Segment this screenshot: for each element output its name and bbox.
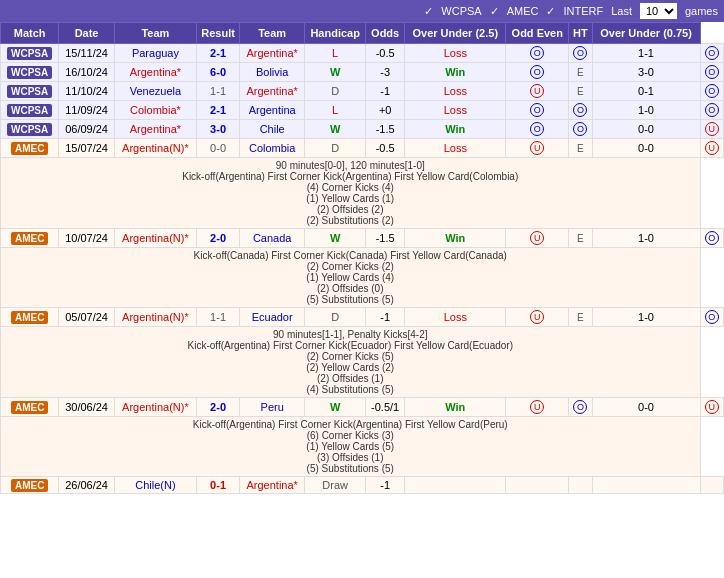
ou075-cell: O [700, 44, 724, 63]
match-result: 1-1 [197, 308, 240, 327]
table-row: WCPSA 16/10/24 Argentina* 6-0 Bolivia W … [1, 63, 724, 82]
oe-cell: O [569, 101, 592, 120]
ht-score: 1-1 [592, 44, 700, 63]
handicap-value: -0.5/1 [366, 398, 405, 417]
table-row: AMEC 05/07/24 Argentina(N)* 1-1 Ecuador … [1, 308, 724, 327]
ou-cell: O [506, 101, 569, 120]
table-row: WCPSA 06/09/24 Argentina* 3-0 Chile W -1… [1, 120, 724, 139]
match-date: 16/10/24 [59, 63, 115, 82]
handicap-value: -1.5 [366, 120, 405, 139]
interf-label: INTERF [563, 5, 603, 17]
team2-name[interactable]: Colombia [240, 139, 305, 158]
col-oe: Odd Even [506, 23, 569, 44]
ht-score: 0-0 [592, 120, 700, 139]
odds-value: Loss [405, 44, 506, 63]
oe-cell: O [569, 44, 592, 63]
match-detail-content: Kick-off(Canada) First Corner Kick(Canad… [1, 248, 701, 308]
oe-cell [569, 477, 592, 494]
match-result: 2-0 [197, 229, 240, 248]
ou-cell: U [506, 398, 569, 417]
odds-value: Loss [405, 82, 506, 101]
match-badge: AMEC [1, 229, 59, 248]
match-result: 3-0 [197, 120, 240, 139]
team1-name[interactable]: Argentina* [114, 63, 196, 82]
team1-name[interactable]: Colombia* [114, 101, 196, 120]
oe-cell: E [569, 63, 592, 82]
col-date: Date [59, 23, 115, 44]
handicap-value: -1 [366, 308, 405, 327]
match-badge: AMEC [1, 477, 59, 494]
oe-cell: E [569, 229, 592, 248]
ht-score: 0-0 [592, 398, 700, 417]
ou-cell: U [506, 139, 569, 158]
match-result: 0-1 [197, 477, 240, 494]
wcpsa-check: ✓ [424, 5, 433, 18]
match-detail-row: 90 minutes[1-1], Penalty Kicks[4-2]Kick-… [1, 327, 724, 398]
team1-name[interactable]: Argentina(N)* [114, 229, 196, 248]
last-label: Last [611, 5, 632, 17]
match-badge: WCPSA [1, 101, 59, 120]
table-row: AMEC 15/07/24 Argentina(N)* 0-0 Colombia… [1, 139, 724, 158]
col-ou075: Over Under (0.75) [592, 23, 700, 44]
oe-cell: O [569, 398, 592, 417]
amec-check: ✓ [490, 5, 499, 18]
col-team2: Team [240, 23, 305, 44]
match-date: 30/06/24 [59, 398, 115, 417]
match-date: 15/07/24 [59, 139, 115, 158]
table-row: AMEC 10/07/24 Argentina(N)* 2-0 Canada W… [1, 229, 724, 248]
wl-indicator: L [305, 44, 366, 63]
last-games-select[interactable]: 10 20 30 [640, 3, 677, 19]
oe-cell: O [569, 120, 592, 139]
team2-name[interactable]: Chile [240, 120, 305, 139]
ou075-cell: U [700, 139, 724, 158]
team1-name[interactable]: Argentina(N)* [114, 139, 196, 158]
ou-cell: U [506, 229, 569, 248]
handicap-value: -0.5 [366, 44, 405, 63]
team2-name[interactable]: Argentina* [240, 82, 305, 101]
match-detail-content: 90 minutes[1-1], Penalty Kicks[4-2]Kick-… [1, 327, 701, 398]
team1-name[interactable]: Venezuela [114, 82, 196, 101]
team2-name[interactable]: Argentina [240, 101, 305, 120]
match-detail-row: Kick-off(Argentina) First Corner Kick(Ar… [1, 417, 724, 477]
team2-name[interactable]: Ecuador [240, 308, 305, 327]
wl-indicator: W [305, 120, 366, 139]
match-result: 2-1 [197, 44, 240, 63]
team1-name[interactable]: Argentina(N)* [114, 398, 196, 417]
match-detail-content: 90 minutes[0-0], 120 minutes[1-0]Kick-of… [1, 158, 701, 229]
handicap-value: -1 [366, 82, 405, 101]
ou075-cell: O [700, 229, 724, 248]
match-badge: AMEC [1, 139, 59, 158]
match-date: 15/11/24 [59, 44, 115, 63]
match-result: 2-1 [197, 101, 240, 120]
handicap-value: -3 [366, 63, 405, 82]
match-date: 11/09/24 [59, 101, 115, 120]
ou-cell: U [506, 82, 569, 101]
wl-indicator: W [305, 229, 366, 248]
match-badge: WCPSA [1, 120, 59, 139]
ht-score [592, 477, 700, 494]
oe-cell: E [569, 139, 592, 158]
ou075-cell: U [700, 120, 724, 139]
match-date: 06/09/24 [59, 120, 115, 139]
team2-name[interactable]: Argentina* [240, 477, 305, 494]
team1-name[interactable]: Paraguay [114, 44, 196, 63]
ou-cell: U [506, 308, 569, 327]
team1-name[interactable]: Argentina* [114, 120, 196, 139]
ou-cell: O [506, 44, 569, 63]
wl-indicator: Draw [305, 477, 366, 494]
team2-name[interactable]: Canada [240, 229, 305, 248]
team1-name[interactable]: Argentina(N)* [114, 308, 196, 327]
ou-cell: O [506, 120, 569, 139]
match-detail-row: 90 minutes[0-0], 120 minutes[1-0]Kick-of… [1, 158, 724, 229]
match-badge: AMEC [1, 398, 59, 417]
table-row: AMEC 30/06/24 Argentina(N)* 2-0 Peru W -… [1, 398, 724, 417]
interf-check: ✓ [546, 5, 555, 18]
team1-name[interactable]: Chile(N) [114, 477, 196, 494]
match-result: 6-0 [197, 63, 240, 82]
team2-name[interactable]: Bolivia [240, 63, 305, 82]
match-detail-row: Kick-off(Canada) First Corner Kick(Canad… [1, 248, 724, 308]
games-label: games [685, 5, 718, 17]
handicap-value: -0.5 [366, 139, 405, 158]
team2-name[interactable]: Peru [240, 398, 305, 417]
team2-name[interactable]: Argentina* [240, 44, 305, 63]
